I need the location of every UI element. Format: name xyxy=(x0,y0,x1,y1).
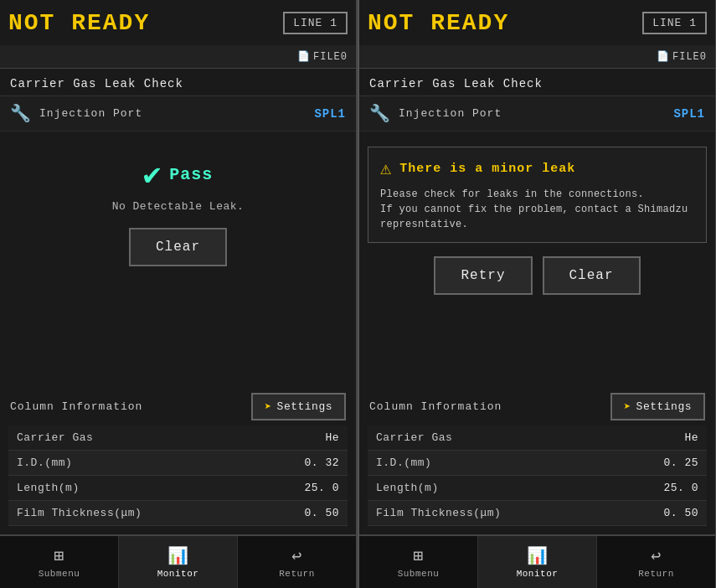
column-info-table-left: Carrier GasHeI.D.(mm)0. 32Length(m)25. 0… xyxy=(8,426,348,526)
clear-button-left[interactable]: Clear xyxy=(129,228,227,266)
nav-monitor-label-right: Monitor xyxy=(517,569,559,579)
file-icon-left: 📄 xyxy=(297,50,310,63)
table-row: I.D.(mm)0. 25 xyxy=(368,451,707,476)
submenu-icon-right: ⊞ xyxy=(413,545,424,566)
file-label-right: FILE0 xyxy=(672,51,707,63)
injection-value-right: SPL1 xyxy=(673,107,705,121)
table-cell-value: 25. 0 xyxy=(257,476,348,501)
monitor-icon-right: 📊 xyxy=(527,545,549,566)
table-cell-value: 0. 50 xyxy=(257,501,348,526)
btn-row-right: Retry Clear xyxy=(368,256,707,295)
panel-right: NOT READY LINE 1 📄 FILE0 Carrier Gas Lea… xyxy=(359,0,716,588)
column-info-label-left: Column Information xyxy=(10,400,142,413)
injection-icon-right: 🔧 xyxy=(369,103,390,124)
footer-nav-right: ⊞ Submenu 📊 Monitor ↩ Return xyxy=(359,534,715,588)
clear-button-right[interactable]: Clear xyxy=(543,256,641,295)
footer-nav-left: ⊞ Submenu 📊 Monitor ↩ Return xyxy=(0,534,356,588)
table-cell-key: I.D.(mm) xyxy=(8,451,257,476)
injection-label-right: Injection Port xyxy=(399,107,673,120)
file-label-left: FILE0 xyxy=(313,51,348,63)
settings-row-right: Column Information ➤ Settings xyxy=(368,388,707,426)
table-cell-value: He xyxy=(616,426,707,451)
injection-port-row-right: 🔧 Injection Port SPL1 xyxy=(359,96,715,132)
retry-button[interactable]: Retry xyxy=(434,256,532,295)
warning-desc: Please check for leaks in the connection… xyxy=(380,187,694,232)
table-cell-key: Carrier Gas xyxy=(8,426,257,451)
table-cell-key: Length(m) xyxy=(368,476,616,501)
content-area-left: ✔ Pass No Detectable Leak. Clear Column … xyxy=(0,132,356,534)
header-right: NOT READY LINE 1 xyxy=(359,0,715,45)
submenu-icon-left: ⊞ xyxy=(54,545,64,566)
pass-checkmark-icon: ✔ xyxy=(143,157,162,193)
table-cell-key: Film Thickness(μm) xyxy=(368,501,616,526)
monitor-icon-left: 📊 xyxy=(167,545,189,566)
return-icon-right: ↩ xyxy=(651,545,662,566)
file-icon-right: 📄 xyxy=(657,50,669,63)
table-row: I.D.(mm)0. 32 xyxy=(8,451,348,476)
section-title-left: Carrier Gas Leak Check xyxy=(0,69,356,96)
injection-icon-left: 🔧 xyxy=(10,103,31,124)
nav-submenu-label-left: Submenu xyxy=(39,569,80,579)
settings-arrow-icon-right: ➤ xyxy=(624,400,631,414)
pass-block: ✔ Pass No Detectable Leak. Clear xyxy=(8,140,348,275)
table-cell-value: 25. 0 xyxy=(616,476,707,501)
nav-submenu-right[interactable]: ⊞ Submenu xyxy=(359,536,478,588)
table-cell-key: I.D.(mm) xyxy=(368,451,616,476)
settings-button-left[interactable]: ➤ Settings xyxy=(251,393,346,420)
nav-monitor-label-left: Monitor xyxy=(157,569,199,579)
nav-return-left[interactable]: ↩ Return xyxy=(238,536,356,588)
header-left: NOT READY LINE 1 xyxy=(0,0,356,45)
nav-return-right[interactable]: ↩ Return xyxy=(597,536,715,588)
column-info-table-right: Carrier GasHeI.D.(mm)0. 25Length(m)25. 0… xyxy=(368,426,707,526)
nav-return-label-right: Return xyxy=(638,569,674,579)
table-row: Carrier GasHe xyxy=(8,426,348,451)
settings-arrow-icon-left: ➤ xyxy=(265,400,272,414)
content-area-right: ⚠ There is a minor leak Please check for… xyxy=(359,132,715,534)
table-cell-key: Carrier Gas xyxy=(368,426,616,451)
status-title-left: NOT READY xyxy=(8,10,150,36)
file-bar-left: 📄 FILE0 xyxy=(0,45,356,69)
table-row: Film Thickness(μm)0. 50 xyxy=(8,501,348,526)
status-title-right: NOT READY xyxy=(368,10,509,36)
table-cell-key: Length(m) xyxy=(8,476,257,501)
injection-label-left: Injection Port xyxy=(39,107,314,120)
injection-port-row-left: 🔧 Injection Port SPL1 xyxy=(0,96,356,132)
table-row: Length(m)25. 0 xyxy=(368,476,707,501)
table-row: Carrier GasHe xyxy=(368,426,707,451)
table-cell-value: 0. 50 xyxy=(616,501,707,526)
line-badge-right: LINE 1 xyxy=(642,12,707,34)
section-title-right: Carrier Gas Leak Check xyxy=(359,69,715,96)
file-bar-right: 📄 FILE0 xyxy=(359,45,715,69)
table-row: Length(m)25. 0 xyxy=(8,476,348,501)
warning-triangle-icon: ⚠ xyxy=(380,157,391,180)
table-cell-value: 0. 25 xyxy=(616,451,707,476)
nav-monitor-right[interactable]: 📊 Monitor xyxy=(478,536,597,588)
settings-row-left: Column Information ➤ Settings xyxy=(8,388,348,426)
pass-label: Pass xyxy=(169,165,213,184)
warning-title: There is a minor leak xyxy=(399,162,575,176)
pass-desc: No Detectable Leak. xyxy=(112,200,245,213)
table-cell-value: He xyxy=(257,426,348,451)
table-cell-key: Film Thickness(μm) xyxy=(8,501,257,526)
warning-header: ⚠ There is a minor leak xyxy=(380,157,694,180)
table-row: Film Thickness(μm)0. 50 xyxy=(368,501,707,526)
column-info-label-right: Column Information xyxy=(369,400,502,413)
line-badge-left: LINE 1 xyxy=(283,12,348,34)
warning-block: ⚠ There is a minor leak Please check for… xyxy=(368,147,707,243)
return-icon-left: ↩ xyxy=(291,545,302,566)
nav-monitor-left[interactable]: 📊 Monitor xyxy=(119,536,238,588)
injection-value-left: SPL1 xyxy=(314,107,346,121)
nav-return-label-left: Return xyxy=(279,569,315,579)
panel-left: NOT READY LINE 1 📄 FILE0 Carrier Gas Lea… xyxy=(0,0,358,588)
nav-submenu-label-right: Submenu xyxy=(398,569,440,579)
settings-button-right[interactable]: ➤ Settings xyxy=(610,393,705,420)
table-cell-value: 0. 32 xyxy=(257,451,348,476)
nav-submenu-left[interactable]: ⊞ Submenu xyxy=(0,536,119,588)
